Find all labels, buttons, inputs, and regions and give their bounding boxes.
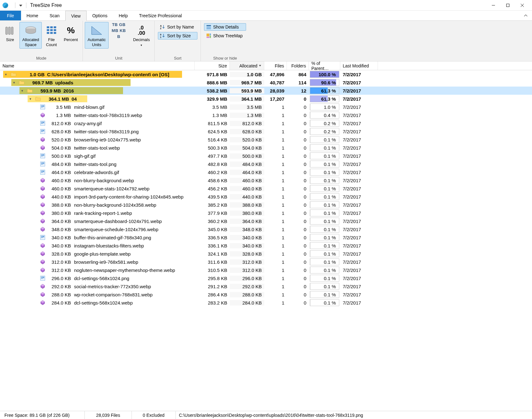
cell-modified: 7/2/2017 <box>340 292 378 297</box>
unit-decimals-button[interactable]: .0 .00 Decimals▾ <box>130 22 153 49</box>
cell-modified: 7/2/2017 <box>340 259 378 265</box>
tree-file-row[interactable]: 328.0 KBgoogle-plus-template.webp324.1 K… <box>0 250 532 258</box>
mode-size-button[interactable]: Size <box>2 22 18 44</box>
tree-folder-row[interactable]: ▾593.9 MB2016538.2 MB593.9 MB28,0391261.… <box>0 87 532 95</box>
cell-files: 1 <box>264 210 287 216</box>
svg-rect-19 <box>207 27 211 28</box>
cell-allocated: 312.0 KB <box>230 259 264 265</box>
tree-folder-row[interactable]: ▾364.1 MB04329.9 MB364.1 MB17,207061.3 %… <box>0 95 532 103</box>
col-allocated[interactable]: Allocated <box>230 61 264 70</box>
file-tree[interactable]: ▾1.0 GBC:\Users\brianleejackson\Desktop\… <box>0 70 532 411</box>
app-icon <box>3 3 8 8</box>
mode-allocated-button[interactable]: AllocatedSpace <box>19 22 42 49</box>
tree-name: buffer-this-animated-gif-768x340.png <box>74 235 151 240</box>
svg-rect-23 <box>210 35 211 38</box>
tree-file-row[interactable]: 1.3 MBtwitter-stats-tool-768x3119.webp1.… <box>0 111 532 119</box>
menu-file[interactable]: File <box>0 11 21 20</box>
tree-file-row[interactable]: 628.0 KBtwitter-stats-tool-768x3119.png6… <box>0 127 532 135</box>
tree-file-row[interactable]: 484.0 KBtwitter-stats-tool.png482.8 KB48… <box>0 160 532 168</box>
tree-file-row[interactable]: 504.0 KBtwitter-stats-tool.webp500.3 KB5… <box>0 144 532 152</box>
unit-tb-gb-button[interactable]: TB GB <box>111 22 127 27</box>
svg-point-48 <box>42 277 43 278</box>
cell-modified: 7/2/2017 <box>340 96 378 102</box>
col-modified[interactable]: Last Modified <box>340 61 378 70</box>
show-treemap-button[interactable]: Show TreeMap <box>204 32 246 40</box>
cell-percent: 0.1 % <box>310 210 339 216</box>
col-name[interactable]: Name <box>0 61 195 70</box>
tree-file-row[interactable]: 460.0 KBsmarterqueue-stats-1024x792.webp… <box>0 184 532 193</box>
menu-options[interactable]: Options <box>87 11 113 20</box>
expander-icon[interactable]: ▾ <box>20 89 24 93</box>
unit-automatic-button[interactable]: AutomaticUnits <box>85 22 109 49</box>
col-size[interactable]: Size <box>195 61 230 70</box>
expander-icon[interactable]: ▾ <box>12 81 16 85</box>
menu-home[interactable]: Home <box>21 11 44 20</box>
sort-az-icon: AZ <box>160 24 165 29</box>
tree-file-row[interactable]: 464.0 KBcelebrate-adwords.gif460.2 KB464… <box>0 168 532 176</box>
decimals-icon: .0 .00 <box>138 24 145 37</box>
tree-name: crazy-amy.gif <box>74 121 102 126</box>
tree-file-row[interactable]: 340.0 KBinstagram-bluestacks-filters.web… <box>0 241 532 250</box>
cell-allocated: 292.0 KB <box>230 284 264 289</box>
svg-rect-11 <box>47 32 49 34</box>
tree-file-row[interactable]: 296.0 KBdcl-settings-568x1024.png295.8 K… <box>0 274 532 282</box>
cell-allocated: 296.0 KB <box>230 276 264 281</box>
unit-b-button[interactable]: B <box>116 34 121 39</box>
col-percent[interactable]: % of Parent… <box>309 61 340 70</box>
expander-icon[interactable]: ▾ <box>4 72 8 77</box>
tree-file-row[interactable]: 288.0 KBwp-rocket-comparison-768x831.web… <box>0 290 532 299</box>
cell-files: 1 <box>264 227 287 232</box>
tree-file-row[interactable]: 364.0 KBsmarterqueue-dashboard-1024x791.… <box>0 217 532 225</box>
cell-allocated: 288.0 KB <box>230 292 264 297</box>
tree-file-row[interactable]: 440.0 KBimport-3rd-party-content-for-sha… <box>0 193 532 201</box>
close-button[interactable] <box>515 0 529 10</box>
cell-files: 1 <box>264 145 287 151</box>
cell-percent: 0.1 % <box>310 226 339 233</box>
mode-filecount-button[interactable]: FileCount <box>43 22 60 49</box>
tree-file-row[interactable]: 388.0 KBnon-blurry-background-1024x358.w… <box>0 201 532 209</box>
quick-access-dropdown-icon[interactable] <box>19 3 22 8</box>
col-files[interactable]: Files <box>264 61 287 70</box>
tree-file-row[interactable]: 500.0 KBsigh-gif.gif497.7 KB500.0 KB100.… <box>0 152 532 160</box>
tree-file-row[interactable]: 312.0 KBbrowserling-ie9-768x581.webp311.… <box>0 258 532 266</box>
tree-file-row[interactable]: 380.0 KBrank-tracking-report-1.webp377.9… <box>0 209 532 217</box>
tree-file-row[interactable]: 340.0 KBbuffer-this-animated-gif-768x340… <box>0 233 532 241</box>
sort-by-name-button[interactable]: AZ Sort by Name <box>158 23 197 31</box>
ribbon-collapse-icon[interactable] <box>519 11 532 20</box>
tree-size-inline: 328.0 KB <box>47 251 71 257</box>
unit-decimals-label: Decimals <box>133 37 150 42</box>
tree-file-row[interactable]: 460.0 KBnon-blurry-background.webp458.6 … <box>0 176 532 184</box>
tree-name: twitter-stats-tool.png <box>74 162 116 167</box>
svg-rect-3 <box>11 27 13 34</box>
grid-icon <box>46 24 57 37</box>
tree-name: dcl-settings-568x1024.png <box>74 276 129 281</box>
sort-by-size-button[interactable]: 91 Sort by Size <box>158 32 197 40</box>
col-folders[interactable]: Folders <box>287 61 309 70</box>
sort-by-size-label: Sort by Size <box>167 33 191 38</box>
expander-icon[interactable]: ▾ <box>28 97 33 101</box>
tree-name: smarterqueue-dashboard-1024x791.webp <box>74 219 162 224</box>
tree-file-row[interactable]: 520.0 KBbrowserling-ie9-1024x775.webp516… <box>0 135 532 144</box>
tree-folder-row[interactable]: ▾1.0 GBC:\Users\brianleejackson\Desktop\… <box>0 70 532 78</box>
tree-file-row[interactable]: 3.5 MBmind-blown.gif3.5 MB3.5 MB101.0 %7… <box>0 103 532 111</box>
tree-file-row[interactable]: 312.0 KBnogluten-newspaper-mythemeshop-t… <box>0 266 532 274</box>
svg-rect-24 <box>207 37 209 38</box>
tree-folder-row[interactable]: ▾969.7 MBuploads888.6 MB969.7 MB40,78711… <box>0 78 532 87</box>
tree-file-row[interactable]: 292.0 KBsocial-metrics-tracker-772x350.w… <box>0 282 532 290</box>
tree-name: mind-blown.gif <box>74 104 105 110</box>
unit-mb-kb-button[interactable]: MB KB <box>110 28 127 33</box>
tree-file-row[interactable]: 284.0 KBdcl-settings-568x1024.webp283.2 … <box>0 299 532 307</box>
maximize-button[interactable] <box>501 0 515 10</box>
cell-folders: 0 <box>287 276 309 281</box>
cell-percent: 0.1 % <box>310 299 339 306</box>
tree-file-row[interactable]: 348.0 KBsmarterqueue-schedule-1024x796.w… <box>0 225 532 233</box>
menu-help[interactable]: Help <box>113 11 133 20</box>
menu-view[interactable]: View <box>65 11 87 21</box>
svg-rect-21 <box>207 34 209 36</box>
tree-file-row[interactable]: 812.0 KBcrazy-amy.gif811.5 KB812.0 KB100… <box>0 119 532 127</box>
minimize-button[interactable] <box>486 0 501 10</box>
menu-scan[interactable]: Scan <box>44 11 65 20</box>
menu-treesize-pro[interactable]: TreeSize Professional <box>133 11 187 20</box>
mode-percent-button[interactable]: % Percent <box>61 22 81 44</box>
show-details-button[interactable]: Show Details <box>204 23 246 31</box>
